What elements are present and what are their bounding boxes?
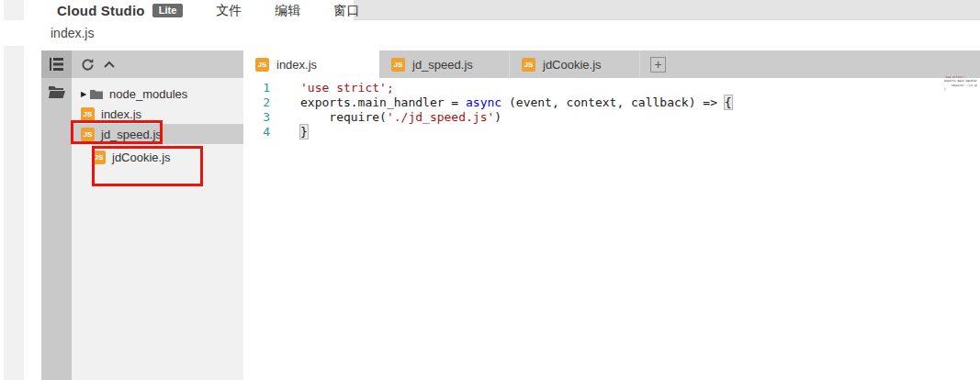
line-number: 4: [243, 125, 285, 140]
collapse-icon[interactable]: [104, 61, 115, 69]
line-number: 3: [243, 110, 285, 125]
folder-icon: [90, 89, 103, 99]
code-text: }: [944, 87, 946, 91]
code-text: exports.main_handler = async (event, con…: [285, 95, 732, 110]
menu-item-0[interactable]: 文件: [216, 3, 242, 17]
lite-badge: Lite: [152, 4, 184, 17]
annotation-box-jdcookie: [92, 146, 203, 186]
tree-item-label: node_modules: [109, 87, 187, 101]
add-tab-button[interactable]: +: [650, 57, 666, 73]
refresh-icon[interactable]: [81, 58, 95, 72]
tab-jd-speed-js[interactable]: JSjd_speed.js: [379, 50, 510, 78]
code-text: 'use strict';: [285, 81, 394, 95]
editor-minimap[interactable]: 'use strict';exports.main_handler = asyn…: [944, 75, 977, 92]
breadcrumb: index.js: [51, 26, 94, 40]
tab-index-js[interactable]: JSindex.js: [243, 50, 379, 78]
tab-label: jdCookie.js: [543, 58, 602, 72]
menu-item-1[interactable]: 编辑: [275, 3, 300, 17]
line-number: 1: [243, 81, 285, 95]
cloud-studio-window: Cloud Studio Lite 文件编辑窗口 index.js: [0, 0, 980, 380]
code-line-3: 3 require('./jd_speed.js'): [243, 110, 980, 125]
code-text: require('./jd_speed.js'): [944, 84, 977, 87]
code-text: exports.main_handler = async (event, con…: [944, 79, 977, 83]
code-line-4: 4}: [243, 125, 980, 140]
js-file-icon: JS: [81, 107, 95, 121]
menu-item-2[interactable]: 窗口: [333, 3, 359, 17]
breadcrumb-row: index.js: [0, 20, 980, 46]
tree-outline-icon: [50, 58, 64, 71]
annotation-box-jd-speed: [71, 120, 163, 144]
explorer-toolbar: [72, 50, 243, 78]
code-text: 'use strict';: [944, 75, 965, 79]
js-file-icon: JS: [522, 58, 535, 72]
code-line-1: 1'use strict';: [243, 81, 980, 95]
menu-items: 文件编辑窗口: [183, 2, 359, 19]
menu-bar-filler: [354, 0, 980, 20]
app-logo: Cloud Studio: [57, 3, 145, 18]
tab-label: jd_speed.js: [412, 58, 473, 72]
code-text: require('./jd_speed.js'): [285, 110, 501, 125]
menu-bar: Cloud Studio Lite 文件编辑窗口: [0, 0, 980, 20]
folder-icon: [49, 85, 65, 98]
explorer-tree-button[interactable]: [41, 50, 72, 78]
activity-bar: [41, 50, 72, 380]
tab-jdcookie-js[interactable]: JSjdCookie.js: [510, 50, 640, 78]
js-file-icon: JS: [255, 58, 269, 72]
files-button[interactable]: [41, 78, 72, 106]
js-file-icon: JS: [391, 58, 405, 72]
editor-tab-bar: JSindex.jsJSjd_speed.jsJSjdCookie.js+: [243, 50, 980, 78]
code-text: }: [285, 125, 308, 140]
line-number: 2: [243, 95, 285, 110]
tree-item-node-modules[interactable]: ▶node_modules: [72, 84, 243, 104]
expand-arrow-icon[interactable]: ▶: [81, 90, 90, 98]
tree-item-label: index.js: [101, 107, 141, 121]
window-left-gutter: [4, 0, 24, 380]
tab-label: index.js: [276, 58, 317, 72]
code-line-4: }: [944, 87, 977, 91]
code-editor[interactable]: 1'use strict';2exports.main_handler = as…: [243, 78, 980, 380]
code-line-3: require('./jd_speed.js'): [944, 84, 977, 87]
code-line-2: 2exports.main_handler = async (event, co…: [243, 95, 980, 110]
explorer-panel: ▶node_modulesJSindex.jsJSjd_speed.jsJSjd…: [72, 50, 243, 380]
